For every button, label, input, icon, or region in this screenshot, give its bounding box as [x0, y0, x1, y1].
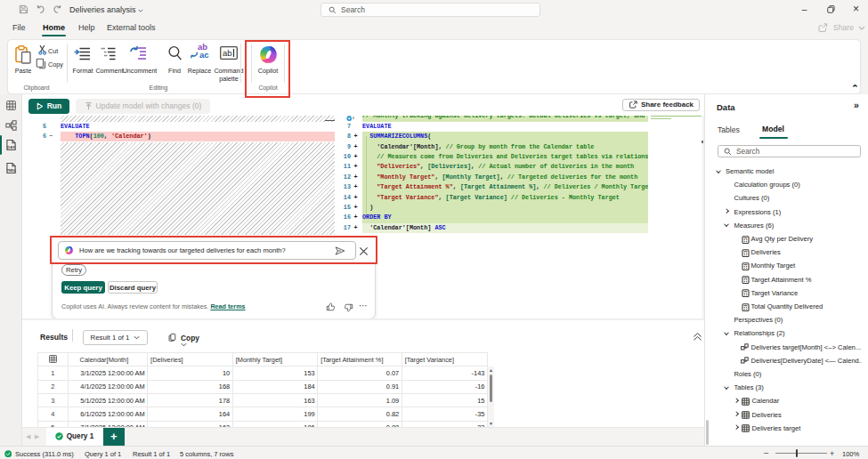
svg-text:ab: ab [223, 48, 232, 58]
svg-text:TMDL: TMDL [7, 169, 17, 173]
svg-text:DAX: DAX [7, 145, 15, 149]
